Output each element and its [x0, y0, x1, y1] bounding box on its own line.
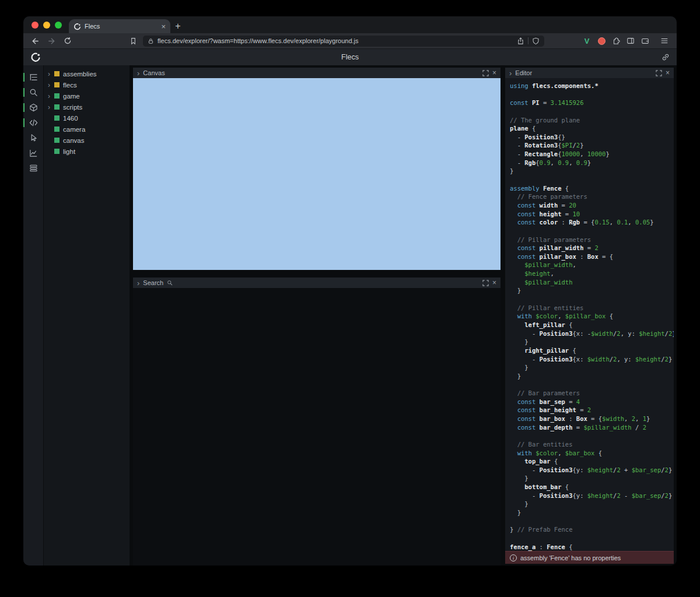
red-extension-icon[interactable] [595, 35, 608, 47]
entity-color-swatch [54, 115, 60, 121]
window-zoom-button[interactable] [55, 22, 62, 29]
code-line: $pillar_width, [510, 261, 674, 269]
code-line: top_bar { [510, 457, 674, 466]
panel-expand-icon[interactable] [482, 280, 489, 286]
expand-chevron-icon[interactable]: › [48, 104, 54, 110]
expand-chevron-icon[interactable]: › [48, 71, 54, 77]
code-line: } [510, 338, 674, 346]
expand-chevron-icon[interactable]: › [48, 82, 54, 88]
new-tab-button[interactable]: + [170, 19, 186, 33]
code-line: - Position3{x: $width/2, y: $height/2} [510, 355, 674, 364]
entity-color-swatch [54, 138, 60, 143]
code-line: - Position3{y: $height/2 - $bar_sep/2} [510, 491, 674, 500]
tree-icon[interactable] [23, 70, 44, 85]
code-line: } // Prefab Fence [510, 525, 674, 534]
back-icon[interactable] [29, 35, 42, 47]
cube-icon[interactable] [23, 100, 44, 115]
code-line: const pillar_width = 2 [510, 244, 674, 252]
extensions-puzzle-icon[interactable] [610, 35, 622, 47]
bookmark-icon[interactable] [127, 35, 139, 47]
tree-item-label: game [63, 93, 80, 100]
tree-item[interactable]: 1460 [44, 113, 130, 124]
code-icon[interactable] [23, 115, 44, 130]
code-line: const bar_depth = $pillar_width / 2 [510, 423, 674, 432]
code-line: - Rotation3{$PI/2} [510, 141, 674, 150]
search-panel-title: Search [143, 279, 163, 286]
lock-icon [148, 38, 154, 44]
code-line: } [510, 167, 674, 175]
window-close-button[interactable] [32, 22, 38, 29]
code-line: } [510, 500, 674, 508]
code-line: left_pillar { [510, 321, 674, 329]
tree-item[interactable]: ›assemblies [44, 68, 130, 79]
code-line: with $color, $pillar_box { [510, 312, 674, 321]
url-text: flecs.dev/explorer/?wasm=https://www.fle… [158, 37, 513, 44]
tab-close-icon[interactable]: × [161, 23, 166, 30]
search-icon[interactable] [23, 85, 44, 100]
editor-panel-header: › Editor × [505, 68, 674, 78]
browser-tab[interactable]: Flecs × [69, 19, 170, 33]
tree-item[interactable]: ›game [44, 90, 130, 101]
chart-icon[interactable] [23, 146, 44, 160]
url-bar[interactable]: flecs.dev/explorer/?wasm=https://www.fle… [143, 36, 544, 47]
code-line: const bar_sep = 4 [510, 398, 674, 406]
menu-hamburger-icon[interactable] [658, 35, 671, 47]
entity-color-swatch [54, 82, 60, 87]
panel-close-icon[interactable]: × [492, 69, 496, 76]
vue-devtools-extension-icon[interactable]: V [580, 35, 593, 47]
editor-panel-title: Editor [515, 69, 532, 76]
code-line: // Pillar entities [510, 304, 674, 312]
window-minimize-button[interactable] [43, 22, 50, 29]
tree-item-label: scripts [63, 104, 82, 111]
code-line: - Rectangle{10000, 10000} [510, 150, 674, 159]
panel-close-icon[interactable]: × [666, 69, 670, 76]
panel-close-icon[interactable]: × [492, 279, 496, 286]
tree-item-label: assemblies [63, 71, 97, 78]
tab-favicon-flecs-logo [74, 23, 81, 30]
entity-color-swatch [54, 71, 60, 76]
code-line: assembly Fence { [510, 184, 674, 193]
code-line [510, 534, 674, 543]
tree-item[interactable]: light [44, 146, 130, 157]
wallet-icon[interactable] [639, 35, 652, 47]
navigation-bar: flecs.dev/explorer/?wasm=https://www.fle… [23, 33, 677, 49]
tab-strip: Flecs × + [23, 16, 677, 33]
inspect-cursor-icon[interactable] [23, 131, 44, 145]
forward-icon[interactable] [46, 35, 58, 47]
tree-item[interactable]: ›scripts [44, 101, 130, 113]
panel-collapse-chevron-icon[interactable]: › [509, 70, 512, 76]
sidebar-toggle-icon[interactable] [624, 35, 637, 47]
canvas-panel-header: › Canvas × [133, 68, 501, 78]
code-line: } [510, 372, 674, 381]
layers-icon[interactable] [23, 161, 44, 175]
code-line: - Position3{y: $height/2 + $bar_sep/2} [510, 466, 674, 475]
code-line: $height, [510, 269, 674, 278]
shield-icon[interactable] [532, 37, 540, 45]
entity-color-swatch [54, 149, 60, 154]
panel-expand-icon[interactable] [482, 70, 489, 76]
search-magnifier-icon [167, 280, 173, 286]
code-line: right_pillar { [510, 346, 674, 355]
code-line [510, 295, 674, 304]
code-line: // Fence parameters [510, 192, 674, 201]
panel-collapse-chevron-icon[interactable]: › [137, 70, 139, 76]
reload-icon[interactable] [61, 35, 74, 47]
info-icon: i [510, 554, 517, 561]
entity-color-swatch [54, 104, 60, 110]
code-line [510, 227, 674, 236]
3d-canvas[interactable] [133, 78, 501, 270]
editor-code[interactable]: using flecs.components.* const PI = 3.14… [505, 78, 674, 551]
tree-item[interactable]: ›flecs [44, 79, 130, 90]
expand-chevron-icon[interactable]: › [48, 93, 54, 99]
panel-collapse-chevron-icon[interactable]: › [137, 280, 139, 286]
link-icon[interactable] [662, 53, 670, 61]
tree-item[interactable]: canvas [44, 135, 130, 146]
error-message: assembly 'Fence' has no properties [520, 554, 621, 561]
tree-item[interactable]: camera [44, 124, 130, 135]
share-icon[interactable] [517, 37, 524, 45]
panel-expand-icon[interactable] [656, 70, 662, 76]
code-line: using flecs.components.* [510, 82, 674, 90]
code-line: // Bar entities [510, 440, 674, 449]
tree-item-label: camera [63, 126, 85, 133]
entity-color-swatch [54, 127, 60, 132]
